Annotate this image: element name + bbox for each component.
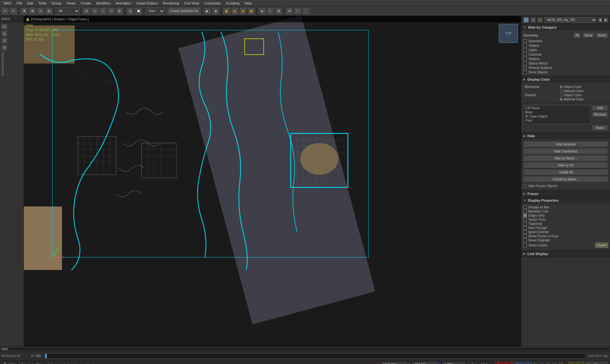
selection-filter-icon[interactable]: ⊠ [1, 30, 8, 37]
remove-bone-button[interactable]: Remove [592, 111, 608, 117]
bone-item-point[interactable]: Point [524, 118, 590, 123]
bone-item-ik-chain[interactable]: IK Chain Object [524, 114, 590, 118]
shaded-material-radio[interactable]: Material Color [560, 98, 608, 101]
helpers-checkbox[interactable] [523, 57, 527, 61]
none-button[interactable]: None [582, 32, 594, 38]
set-key-button[interactable]: Set Key [568, 362, 584, 364]
redo-button[interactable]: ↪ [10, 7, 17, 15]
edges-only-checkbox[interactable]: ✓ [523, 214, 527, 217]
none-bone-button[interactable]: None [592, 125, 608, 131]
lock-icon[interactable]: 🔒 [3, 362, 7, 364]
object-next-button[interactable]: ▶ [604, 17, 608, 23]
object-selector-dropdown[interactable]: AE26_009_obj_702 [544, 17, 597, 23]
play-button[interactable]: ▶ [204, 7, 211, 15]
vertex-colors-checkbox[interactable] [523, 244, 527, 247]
backface-cull-checkbox[interactable] [523, 210, 527, 213]
render-setup-button[interactable]: ▥ [239, 7, 247, 15]
undo-button[interactable]: ↩ [1, 7, 9, 15]
display-properties-header[interactable]: ▼ Display Properties [521, 197, 610, 204]
menu-item-animation[interactable]: Animation [113, 1, 134, 6]
freeze-header[interactable]: ▶ Freeze [521, 191, 610, 197]
options-icon[interactable]: ⚙ [1, 44, 8, 51]
go-start-button[interactable]: |◀ [533, 362, 538, 364]
menu-item-scripting[interactable]: Scripting [223, 1, 242, 6]
menu-item-tools[interactable]: Tools [36, 1, 49, 6]
y-coord-input[interactable] [412, 362, 437, 364]
menu-item-group[interactable]: Group [49, 1, 64, 6]
show-frozen-gray-checkbox[interactable] [523, 234, 527, 238]
menu-item-modifiers[interactable]: Modifiers [94, 1, 113, 6]
window-crossing-button[interactable]: ⊡ [126, 7, 134, 15]
geometry-checkbox[interactable] [523, 39, 527, 43]
menu-item-file[interactable]: File [14, 1, 25, 6]
scale-tool-button[interactable]: ⊞ [45, 7, 53, 15]
bone-item-bone[interactable]: Bone [524, 110, 590, 114]
cameras-checkbox[interactable] [523, 53, 527, 56]
scrollbar-thumb[interactable] [2, 348, 8, 350]
view-cube[interactable]: TOP [499, 24, 518, 43]
wireframe-object-radio-btn[interactable] [560, 85, 563, 89]
timeline-thumb[interactable] [45, 354, 47, 358]
move-tool-button[interactable]: ✥ [29, 7, 36, 15]
render-button[interactable]: ▣ [223, 7, 230, 15]
circular-select-button[interactable]: ○ [99, 7, 107, 15]
menu-item-rendering[interactable]: Rendering [160, 1, 181, 6]
see-through-checkbox[interactable] [523, 226, 527, 230]
invert-button[interactable]: Invert [596, 32, 608, 38]
view-dropdown[interactable]: View Local World [146, 8, 165, 15]
wireframe-object-radio[interactable]: Object Color [560, 85, 608, 89]
play-anim-button[interactable]: ▶ [546, 362, 551, 364]
never-degrade-checkbox[interactable] [523, 239, 527, 242]
ignore-extents-checkbox[interactable] [523, 230, 527, 234]
motion-tab-button[interactable]: M [530, 17, 536, 23]
menu-item-max[interactable]: MAX [1, 1, 14, 6]
link-display-header[interactable]: ▶ Link Display [521, 251, 610, 257]
wireframe-material-radio[interactable]: Material Color [560, 89, 608, 93]
menu-item-civil-view[interactable]: Civil View [181, 1, 201, 6]
sort-icon[interactable]: Aa↑ [1, 24, 8, 30]
object-prev-button[interactable]: ◀ [598, 17, 602, 23]
align-button[interactable]: ⊤ [294, 7, 302, 15]
snap-toggle-button[interactable]: 🔲 [135, 7, 142, 15]
bone-item-cat[interactable]: CAT Bone [524, 106, 590, 110]
go-end-button[interactable]: ▶| [558, 362, 563, 364]
bone-objects-checkbox[interactable] [523, 71, 527, 74]
horizontal-scrollbar[interactable] [1, 348, 609, 350]
display-as-box-checkbox[interactable] [523, 206, 527, 209]
shaded-button[interactable]: Shaded [595, 243, 608, 248]
layer-icon[interactable]: ☰ [1, 37, 8, 44]
hide-frozen-checkbox[interactable] [523, 184, 527, 188]
menu-item-edit[interactable]: Edit [25, 1, 36, 6]
next-frame-button[interactable]: ▶▶ [552, 362, 557, 364]
curve-editor-button[interactable]: ⌇ [267, 7, 274, 15]
menu-item-help[interactable]: Help [242, 1, 254, 6]
space-warps-checkbox[interactable] [523, 62, 527, 65]
menu-item-customize[interactable]: Customize [202, 1, 223, 6]
lasso-select-button[interactable]: ✿ [116, 7, 123, 15]
auto-key-button[interactable]: Auto Key [495, 362, 512, 364]
lights-checkbox[interactable] [523, 48, 527, 52]
hide-unselected-button[interactable]: Hide Unselected [523, 148, 608, 154]
select-tool-button[interactable]: ✦ [20, 7, 28, 15]
menu-item-create[interactable]: Create [78, 1, 94, 6]
add-bone-button[interactable]: Add [592, 105, 608, 111]
prev-frame-button[interactable]: ◀ [539, 362, 544, 364]
menu-item-views[interactable]: Views [64, 1, 78, 6]
shaded-object-radio[interactable]: Object Color [560, 93, 608, 97]
trajectory-checkbox[interactable] [523, 222, 527, 226]
material-editor-button[interactable]: ◈ [258, 7, 266, 15]
stop-button[interactable]: ■ [212, 7, 220, 15]
schematic-view-button[interactable]: ⊞ [275, 7, 282, 15]
menu-item-graph-editors[interactable]: Graph Editors [134, 1, 160, 6]
key-filters-button[interactable]: Key Filters... [585, 362, 607, 364]
rectangular-select-button[interactable]: ▭ [91, 7, 98, 15]
timeline-track[interactable] [45, 354, 586, 359]
quick-render-button[interactable]: ▤ [231, 7, 239, 15]
particle-systems-checkbox[interactable] [523, 66, 527, 70]
hide-by-name-button[interactable]: Hide by Name... [523, 155, 608, 161]
selection-filter-dropdown[interactable]: All Geometry Shapes [56, 8, 79, 15]
display-tab-button[interactable]: D [523, 17, 529, 23]
unhide-by-name-button[interactable]: Unhide by Name... [523, 176, 608, 182]
active-shade-button[interactable]: ▦ [247, 7, 255, 15]
hide-header[interactable]: ▶ Hide [521, 133, 610, 139]
